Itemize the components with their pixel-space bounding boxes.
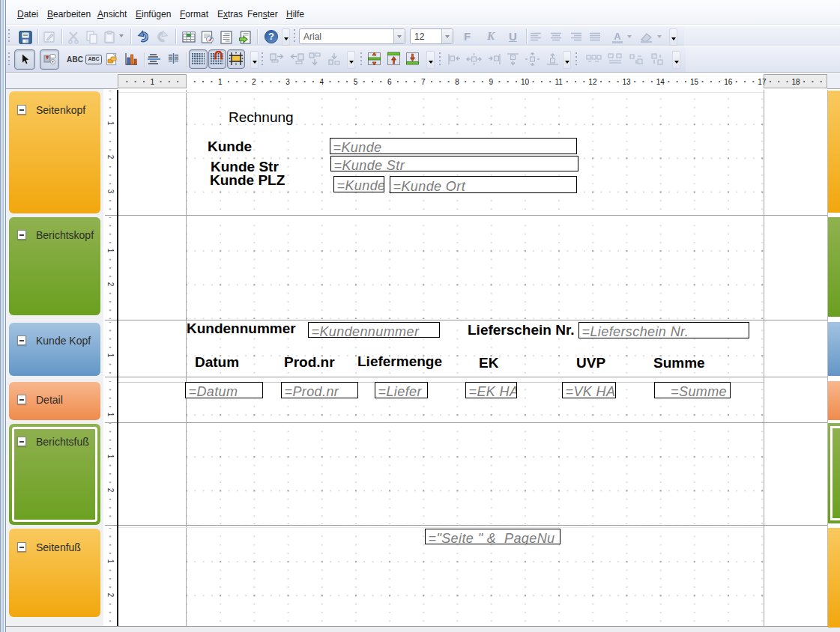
svg-text:?: ?	[268, 31, 274, 42]
svg-text:A: A	[614, 31, 621, 42]
